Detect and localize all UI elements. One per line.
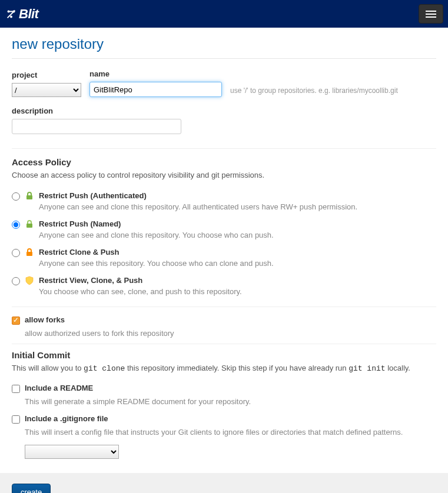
include-readme-checkbox[interactable] xyxy=(12,385,20,393)
menu-toggle-button[interactable] xyxy=(419,4,443,24)
initial-commit-text: This will allow you to git clone this re… xyxy=(12,364,436,373)
include-readme-row: Include a README xyxy=(12,381,436,395)
include-gitignore-desc: This will insert a config file that inst… xyxy=(25,428,436,437)
divider xyxy=(12,148,436,149)
footer-bar: create xyxy=(0,473,448,493)
divider xyxy=(12,344,436,344)
create-button[interactable]: create xyxy=(12,484,51,493)
page-title: new repository xyxy=(12,36,436,52)
svg-rect-5 xyxy=(26,195,32,199)
lock-green-icon xyxy=(25,191,34,211)
policy-option-restrict-push-auth: Restrict Push (Authenticated) Anyone can… xyxy=(12,188,436,216)
project-select[interactable]: / xyxy=(12,83,81,97)
policy-label: Restrict Clone & Push xyxy=(39,248,436,257)
svg-rect-4 xyxy=(8,11,15,12)
include-gitignore-label: Include a .gitignore file xyxy=(25,414,108,423)
name-label: name xyxy=(89,69,222,78)
access-policy-subtitle: Choose an access policy to control repos… xyxy=(12,171,436,179)
policy-desc: Anyone can see and clone this repository… xyxy=(39,231,436,239)
include-gitignore-checkbox[interactable] xyxy=(12,415,20,424)
svg-point-3 xyxy=(10,15,12,18)
policy-desc: You choose who can see, clone, and push … xyxy=(39,287,436,296)
policy-desc: Anyone can see and clone this repository… xyxy=(39,202,436,211)
gitignore-select[interactable] xyxy=(25,445,119,459)
name-input[interactable] xyxy=(89,82,222,97)
brand-text: Blit xyxy=(19,6,38,22)
policy-option-restrict-view-clone-push: Restrict View, Clone, & Push You choose … xyxy=(12,272,436,301)
policy-radio[interactable] xyxy=(12,249,20,257)
include-readme-label: Include a README xyxy=(25,384,93,392)
policy-option-restrict-push-named: Restrict Push (Named) Anyone can see and… xyxy=(12,216,436,244)
policy-label: Restrict View, Clone, & Push xyxy=(39,276,436,285)
brand[interactable]: Blit xyxy=(5,6,38,22)
description-label: description xyxy=(12,106,436,115)
divider xyxy=(12,307,436,307)
allow-forks-desc: allow authorized users to fork this repo… xyxy=(25,329,436,338)
description-field: description xyxy=(12,106,436,134)
allow-forks-checkbox[interactable] xyxy=(12,317,20,325)
include-readme-desc: This will generate a simple README docum… xyxy=(25,397,436,406)
policy-radio[interactable] xyxy=(12,221,20,229)
name-hint: use '/' to group repositories. e.g. libr… xyxy=(230,86,398,97)
policy-radio[interactable] xyxy=(12,277,20,285)
access-policy-list: Restrict Push (Authenticated) Anyone can… xyxy=(12,188,436,301)
name-row: project / name use '/' to group reposito… xyxy=(12,69,436,97)
access-policy-title: Access Policy xyxy=(12,157,436,167)
allow-forks-row: allow forks xyxy=(12,313,436,327)
policy-radio[interactable] xyxy=(12,192,20,201)
allow-forks-label: allow forks xyxy=(25,315,65,324)
svg-rect-6 xyxy=(26,224,32,228)
lock-orange-icon xyxy=(25,248,34,268)
initial-commit-title: Initial Commit xyxy=(12,350,436,360)
lock-green-open-icon xyxy=(25,219,34,239)
shield-icon xyxy=(25,276,34,296)
description-input[interactable] xyxy=(12,119,181,134)
policy-option-restrict-clone-push: Restrict Clone & Push Anyone can see thi… xyxy=(12,244,436,272)
policy-label: Restrict Push (Authenticated) xyxy=(39,191,436,200)
project-label: project xyxy=(12,71,81,79)
policy-desc: Anyone can see this repository. You choo… xyxy=(39,259,436,268)
divider xyxy=(12,58,436,59)
git-logo-icon xyxy=(5,8,18,21)
policy-label: Restrict Push (Named) xyxy=(39,219,436,228)
include-gitignore-row: Include a .gitignore file xyxy=(12,412,436,426)
project-field: project / xyxy=(12,71,81,97)
navbar: Blit xyxy=(0,0,448,28)
svg-rect-7 xyxy=(26,252,32,256)
name-field: name xyxy=(89,69,222,97)
